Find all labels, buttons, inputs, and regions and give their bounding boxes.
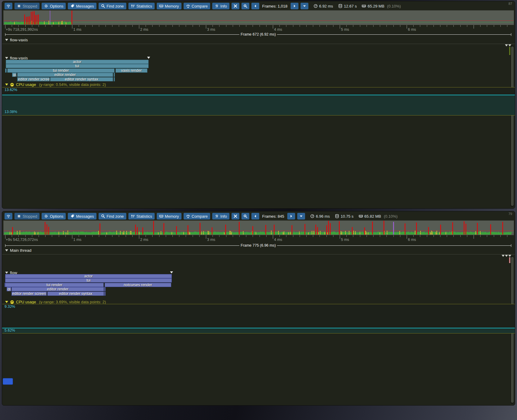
cpu-usage-range-note: (y-range: 0.54%, visible data points: 2) <box>39 82 106 87</box>
frame-menu-button[interactable] <box>301 3 308 9</box>
toolbar-button-zoom[interactable] <box>241 213 249 219</box>
ruler-tick <box>260 25 260 27</box>
zone-bar-actor[interactable]: actor <box>6 60 149 64</box>
stat-capture-time: 12.67 s <box>338 4 357 8</box>
frames-count-label: Frames: 845 <box>262 214 284 219</box>
stat-value: 65.29 MB <box>367 4 384 8</box>
ruler-tick <box>386 235 387 237</box>
cpu-usage-header[interactable]: CPU usage (y-range: 3.69%, visible data … <box>5 300 106 304</box>
toolbar-button-options[interactable]: Options <box>42 213 66 219</box>
zone-bar-editor-render-syntax[interactable]: editor render syntax <box>50 77 113 81</box>
toolbar-button-zoom[interactable] <box>241 3 249 9</box>
toolbar-button-utilities[interactable] <box>232 213 239 219</box>
toolbar-button-compare[interactable]: Compare <box>184 3 210 9</box>
ruler-tick <box>273 235 273 239</box>
toolbar-button-connection[interactable] <box>5 213 12 219</box>
zone-bar-tui[interactable]: tui <box>5 278 172 283</box>
frame-separator-band[interactable]: Frame 775 (6.96 ms) <box>5 243 511 248</box>
toolbar-button-messages[interactable]: Messages <box>68 3 96 9</box>
zone-label: tui render <box>53 68 69 73</box>
toolbar-button-info[interactable]: Info <box>212 213 229 219</box>
toolbar-button-statistics[interactable]: Statistics <box>128 3 155 9</box>
cpu-area-fill <box>2 95 515 115</box>
zone-bar-vaxis-render[interactable]: vaxis render <box>115 68 147 73</box>
frame-overview-graph[interactable] <box>3 220 514 235</box>
ruler-tick <box>507 235 507 237</box>
toolbar-button-info[interactable]: Info <box>212 3 229 9</box>
button-label: Info <box>220 4 227 8</box>
zone-bar-tui[interactable]: tui <box>6 64 149 68</box>
frame-overview-graph[interactable] <box>3 10 514 25</box>
zone-bar-editor-render[interactable]: editor render <box>11 287 104 291</box>
zone-bar-editor-render-syntax[interactable]: editor render syntax <box>47 292 104 296</box>
cpu-usage-header[interactable]: CPU usage (y-range: 0.54%, visible data … <box>5 82 106 87</box>
toolbar-button-stopped[interactable]: Stopped <box>14 213 39 219</box>
toolbar-button-compare[interactable]: Compare <box>184 213 210 219</box>
timeline-ruler[interactable]: +9s 718,291,992ns1 ms2 ms3 ms4 ms5 ms6 m… <box>3 25 513 32</box>
thread-header-1[interactable]: Main thread <box>5 248 31 253</box>
frame-line-right <box>277 245 511 246</box>
toolbar-button-connection[interactable] <box>5 3 12 9</box>
toolbar-button-messages[interactable]: Messages <box>68 213 96 219</box>
zone-bar-t[interactable]: t <box>5 68 7 73</box>
prev-frame-button[interactable] <box>251 213 259 219</box>
toolbar-button-find-zone[interactable]: Find zone <box>99 213 126 219</box>
zone-bar-editor-render-screen[interactable]: editor render screen <box>17 77 50 81</box>
ruler-tick <box>326 25 327 27</box>
stat-frame-time: 6.96 ms <box>310 214 330 219</box>
ruler-tick <box>367 235 367 237</box>
zone-bar-actor[interactable]: actor <box>5 274 172 278</box>
toolbar-button-stopped[interactable]: Stopped <box>14 3 39 9</box>
notification-badge[interactable] <box>3 378 13 385</box>
zone-bar-notcurses-render[interactable]: notcurses render <box>105 283 171 287</box>
zone-collapse-marker[interactable] <box>170 271 173 273</box>
ruler-tick <box>420 235 420 237</box>
vertical-scrollbar[interactable] <box>510 46 514 207</box>
arrow-down-icon <box>299 214 303 218</box>
toolbar-button-utilities[interactable] <box>232 3 239 9</box>
toolbar-button-memory[interactable]: Memory <box>157 3 181 9</box>
zone-bar-editor-render[interactable]: editor render <box>17 73 113 77</box>
zone-bar-gu[interactable]: gu <box>7 287 11 291</box>
toolbar-button-memory[interactable]: Memory <box>157 213 181 219</box>
ruler-tick <box>300 235 300 237</box>
zone-collapse-marker[interactable] <box>147 57 150 59</box>
ruler-tick <box>132 25 133 27</box>
zone-bar-tui-render[interactable]: tui render <box>5 283 104 287</box>
zone-bar[interactable] <box>114 77 115 81</box>
frame-menu-button[interactable] <box>297 213 305 219</box>
zone-bar[interactable] <box>104 287 106 291</box>
zone-bar-gu[interactable]: gu <box>12 73 17 77</box>
prev-frame-button[interactable] <box>251 3 259 9</box>
gear-icon <box>44 214 48 218</box>
collapsed-zone-markers[interactable] <box>502 255 511 257</box>
stat-memory-usage: 65.82 MB(0.10%) <box>359 214 398 219</box>
ruler-ms-label: 4 ms <box>274 27 282 32</box>
ruler-tick <box>213 25 213 27</box>
zone-label: editor render screen <box>12 292 46 296</box>
next-frame-button[interactable] <box>287 213 295 219</box>
ruler-tick <box>293 235 293 237</box>
tag-icon <box>70 4 74 8</box>
ruler-ms-label: 6 ms <box>408 27 416 32</box>
thread-name: flow-vaxis <box>10 38 28 42</box>
toolbar-button-options[interactable]: Options <box>42 3 66 9</box>
stat-extra: (0.10%) <box>387 4 401 8</box>
zone-bar-editor-render-screen[interactable]: editor render screen <box>11 292 47 296</box>
zone-bar[interactable] <box>104 292 106 296</box>
timeline-ruler[interactable]: +9s 542,726,072ns1 ms2 ms3 ms4 ms5 ms6 m… <box>3 235 513 242</box>
ruler-tick <box>239 235 240 237</box>
ruler-tick <box>219 235 219 237</box>
toolbar-button-find-zone[interactable]: Find zone <box>99 3 126 9</box>
scrollbar-thumb[interactable] <box>511 46 514 206</box>
ruler-tick <box>152 25 153 27</box>
search-icon <box>101 4 105 8</box>
frame-end-tick <box>511 244 511 247</box>
ruler-tick <box>32 25 32 27</box>
toolbar-button-statistics[interactable]: Statistics <box>128 213 155 219</box>
zone-bar[interactable] <box>114 73 115 77</box>
zone-bar-tui-render[interactable]: tui render <box>7 68 115 73</box>
frame-separator-band[interactable]: Frame 672 (6.92 ms) <box>5 32 511 36</box>
next-frame-button[interactable] <box>291 3 298 9</box>
thread-header-1[interactable]: flow-vaxis <box>5 38 28 42</box>
